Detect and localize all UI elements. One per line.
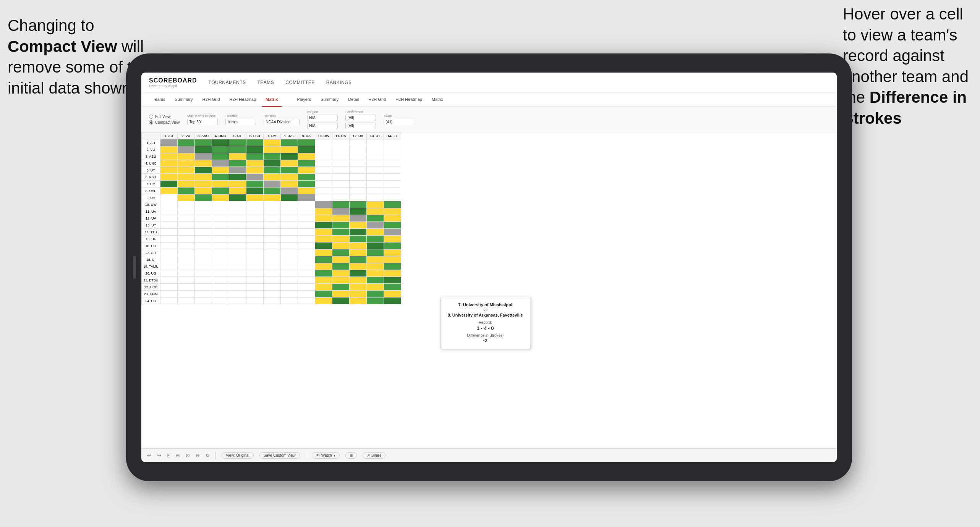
matrix-cell[interactable] [366,208,384,215]
matrix-cell[interactable] [349,277,366,284]
matrix-cell[interactable] [280,256,298,263]
matrix-cell[interactable] [246,160,263,167]
matrix-cell[interactable] [298,291,315,297]
matrix-cell[interactable] [349,256,366,263]
matrix-cell[interactable] [194,270,212,277]
matrix-cell[interactable] [229,167,246,174]
matrix-cell[interactable] [263,256,280,263]
matrix-cell[interactable] [160,249,177,256]
matrix-cell[interactable] [229,256,246,263]
matrix-cell[interactable] [194,222,212,229]
matrix-cell[interactable] [212,270,229,277]
max-teams-select[interactable]: Top 50 [187,119,218,125]
matrix-cell[interactable] [229,270,246,277]
table-row[interactable]: 6. FSU [142,174,401,181]
matrix-cell[interactable] [332,188,349,194]
matrix-cell[interactable] [349,242,366,249]
matrix-cell[interactable] [332,181,349,188]
matrix-cell[interactable] [212,263,229,270]
matrix-cell[interactable] [280,188,298,194]
matrix-cell[interactable] [332,236,349,242]
tablet-button-left[interactable] [133,256,136,279]
matrix-cell[interactable] [349,215,366,222]
matrix-cell[interactable] [280,153,298,160]
matrix-cell[interactable] [366,256,384,263]
table-row[interactable]: 12. UV [142,215,401,222]
matrix-cell[interactable] [194,263,212,270]
tab-h2h-heatmap2[interactable]: H2H Heatmap [392,92,426,107]
matrix-cell[interactable] [212,208,229,215]
matrix-cell[interactable] [194,249,212,256]
matrix-cell[interactable] [229,242,246,249]
table-row[interactable]: 10. UW [142,201,401,208]
matrix-cell[interactable] [366,222,384,229]
table-row[interactable]: 3. ASU [142,153,401,160]
matrix-cell[interactable] [212,242,229,249]
matrix-cell[interactable] [280,242,298,249]
matrix-cell[interactable] [160,263,177,270]
refresh-btn[interactable]: ↻ [206,453,210,458]
reset-btn[interactable]: ⊙ [186,453,190,458]
compact-view-radio[interactable] [149,120,153,124]
matrix-cell[interactable] [384,222,401,229]
matrix-cell[interactable] [366,297,384,304]
matrix-cell[interactable] [366,153,384,160]
matrix-cell[interactable] [298,194,315,201]
devices-btn[interactable]: ⊞ [345,452,357,459]
matrix-cell[interactable] [194,291,212,297]
matrix-cell[interactable] [384,249,401,256]
matrix-cell[interactable] [280,208,298,215]
matrix-cell[interactable] [212,174,229,181]
matrix-cell[interactable] [160,174,177,181]
matrix-cell[interactable] [298,201,315,208]
matrix-cell[interactable] [160,242,177,249]
table-row[interactable]: 15. UF [142,236,401,242]
matrix-cell[interactable] [246,236,263,242]
matrix-cell[interactable] [280,146,298,153]
matrix-cell[interactable] [177,270,194,277]
matrix-cell[interactable] [366,146,384,153]
matrix-cell[interactable] [246,229,263,236]
matrix-cell[interactable] [177,174,194,181]
table-row[interactable]: 2. VU [142,146,401,153]
matrix-cell[interactable] [263,291,280,297]
matrix-cell[interactable] [366,270,384,277]
matrix-cell[interactable] [160,194,177,201]
matrix-cell[interactable] [194,215,212,222]
matrix-cell[interactable] [160,201,177,208]
matrix-cell[interactable] [263,229,280,236]
matrix-cell[interactable] [194,242,212,249]
matrix-area[interactable]: 1. AU 2. VU 3. ASU 4. UNC 5. UT 6. FSU 7… [141,133,837,448]
matrix-cell[interactable] [366,215,384,222]
matrix-cell[interactable] [263,194,280,201]
matrix-cell[interactable] [366,188,384,194]
matrix-cell[interactable] [212,188,229,194]
matrix-cell[interactable] [212,194,229,201]
matrix-cell[interactable] [177,291,194,297]
compact-view-option[interactable]: Compact View [149,120,180,124]
matrix-cell[interactable] [298,229,315,236]
matrix-cell[interactable] [332,263,349,270]
matrix-cell[interactable] [298,284,315,291]
matrix-cell[interactable] [315,236,332,242]
matrix-cell[interactable] [177,297,194,304]
matrix-cell[interactable] [315,188,332,194]
matrix-cell[interactable] [349,222,366,229]
matrix-cell[interactable] [384,291,401,297]
tab-summary2[interactable]: Summary [317,92,342,107]
matrix-cell[interactable] [246,297,263,304]
tab-players[interactable]: Players [293,92,315,107]
matrix-cell[interactable] [246,146,263,153]
matrix-cell[interactable] [212,236,229,242]
matrix-cell[interactable] [177,263,194,270]
matrix-cell[interactable] [212,256,229,263]
matrix-cell[interactable] [315,215,332,222]
matrix-cell[interactable] [298,263,315,270]
matrix-cell[interactable] [160,215,177,222]
matrix-cell[interactable] [332,297,349,304]
table-row[interactable]: 11. UA [142,208,401,215]
matrix-cell[interactable] [349,139,366,146]
matrix-cell[interactable] [384,242,401,249]
matrix-cell[interactable] [280,139,298,146]
matrix-cell[interactable] [349,146,366,153]
